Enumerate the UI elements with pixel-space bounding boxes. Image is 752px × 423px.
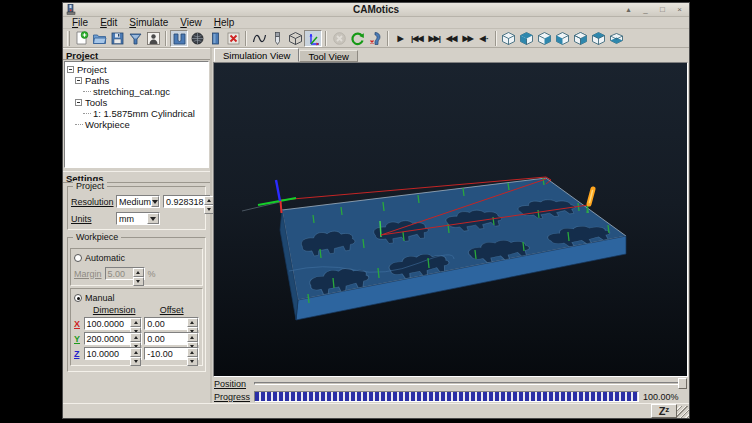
- automatic-label: Automatic: [85, 253, 125, 263]
- slider-groove[interactable]: [254, 382, 687, 385]
- tab-simulation-view[interactable]: Simulation View: [214, 48, 299, 62]
- play-button[interactable]: ▶: [392, 30, 408, 47]
- show-tool-toggle[interactable]: [268, 30, 286, 47]
- open-project-button[interactable]: [90, 30, 108, 47]
- project-panel-title: Project: [63, 48, 210, 60]
- z-dimension-spinner[interactable]: 10.0000: [84, 347, 143, 360]
- toolbar-separator: [245, 31, 247, 46]
- tree-item-workpiece[interactable]: Workpiece: [74, 119, 207, 130]
- slower-button[interactable]: ◀◀: [443, 30, 459, 47]
- shade-button[interactable]: ▴: [624, 5, 633, 14]
- x-offset-spinner[interactable]: 0.00: [144, 317, 199, 330]
- maximize-button[interactable]: □: [658, 5, 667, 14]
- units-label[interactable]: Units: [71, 214, 113, 224]
- show-axes-toggle[interactable]: [304, 30, 322, 47]
- skip-to-start-button[interactable]: |◀◀: [408, 30, 426, 47]
- menu-view[interactable]: View: [175, 17, 207, 28]
- progress-label[interactable]: Progress: [214, 392, 250, 402]
- axes-icon: [306, 31, 321, 46]
- dropdown-arrow-icon[interactable]: [147, 213, 159, 224]
- x-axis-label[interactable]: X: [74, 319, 82, 329]
- tree-item-tools[interactable]: Tools: [74, 97, 207, 108]
- bounds-cube-icon: [288, 31, 303, 46]
- show-toolpath-toggle[interactable]: [250, 30, 268, 47]
- units-select[interactable]: mm: [116, 212, 160, 225]
- project-tree[interactable]: Project Paths stretching_cat.ngc Tools 1…: [64, 61, 209, 168]
- simulation-viewport[interactable]: [213, 62, 688, 377]
- show-wireframe-toggle[interactable]: [188, 30, 206, 47]
- resize-grip[interactable]: [677, 406, 689, 418]
- menu-file[interactable]: File: [67, 17, 93, 28]
- x-dimension-spinner[interactable]: 100.0000: [84, 317, 143, 330]
- z-axis-label[interactable]: Z: [74, 349, 82, 359]
- automatic-radio[interactable]: [74, 254, 82, 262]
- tree-item-gcode-file[interactable]: stretching_cat.ngc: [82, 86, 207, 97]
- snapshot-person-icon: [146, 31, 161, 46]
- idle-indicator-button[interactable]: Zz: [651, 404, 677, 418]
- spinner-buttons[interactable]: [130, 318, 141, 329]
- tree-expand-icon[interactable]: [75, 99, 82, 106]
- manual-radio[interactable]: [74, 294, 82, 302]
- workpiece-group-title: Workpiece: [73, 232, 121, 242]
- view-front-button[interactable]: [518, 30, 536, 47]
- position-slider[interactable]: [254, 378, 687, 389]
- y-offset-spinner[interactable]: 0.00: [144, 332, 199, 345]
- dropdown-arrow-icon[interactable]: [151, 196, 159, 207]
- cutting-tool: [587, 189, 593, 213]
- menu-simulate[interactable]: Simulate: [124, 17, 173, 28]
- app-icon: [66, 4, 76, 15]
- toolbar-handle[interactable]: [67, 31, 70, 46]
- y-dimension-spinner[interactable]: 200.0000: [84, 332, 143, 345]
- new-file-button[interactable]: [72, 30, 90, 47]
- view-isometric-button[interactable]: [500, 30, 518, 47]
- reload-button[interactable]: [348, 30, 366, 47]
- show-bounds-toggle[interactable]: [286, 30, 304, 47]
- step-button[interactable]: ◀··: [476, 30, 492, 47]
- window-title: CAMotics: [63, 4, 689, 15]
- tree-expand-icon[interactable]: [67, 66, 74, 73]
- menu-help[interactable]: Help: [209, 17, 240, 28]
- titlebar[interactable]: CAMotics ▴ _ □ ×: [63, 3, 689, 17]
- view-back-button[interactable]: [536, 30, 554, 47]
- stop-button[interactable]: [330, 30, 348, 47]
- y-axis-line: [258, 198, 296, 205]
- faster-button[interactable]: ▶▶: [459, 30, 475, 47]
- tree-branch-line: [75, 124, 83, 125]
- show-cut-surface-toggle[interactable]: [170, 30, 188, 47]
- view-top-button[interactable]: [590, 30, 608, 47]
- tree-item-tool-1[interactable]: 1: 1.5875mm Cylindrical: [82, 108, 207, 119]
- manual-frame: Manual Dimension Offset X 100.0000: [70, 288, 203, 366]
- margin-unit-label: %: [148, 269, 156, 279]
- export-button[interactable]: [126, 30, 144, 47]
- view-bottom-button[interactable]: [608, 30, 626, 47]
- spinner-buttons[interactable]: [130, 348, 141, 359]
- spinner-buttons[interactable]: [130, 333, 141, 344]
- minimize-button[interactable]: _: [641, 5, 650, 14]
- export-funnel-icon: [128, 31, 143, 46]
- show-workpiece-toggle[interactable]: [206, 30, 224, 47]
- save-project-button[interactable]: [108, 30, 126, 47]
- skip-to-end-button[interactable]: ▶▶|: [426, 30, 444, 47]
- z-offset-spinner[interactable]: -10.00: [144, 347, 199, 360]
- tree-item-paths[interactable]: Paths: [74, 75, 207, 86]
- view-right-icon: [573, 31, 588, 46]
- menu-edit[interactable]: Edit: [95, 17, 122, 28]
- snapshot-button[interactable]: [144, 30, 162, 47]
- view-left-button[interactable]: [554, 30, 572, 47]
- reduce-button[interactable]: [366, 30, 384, 47]
- resolution-select[interactable]: Medium: [116, 195, 160, 208]
- position-label[interactable]: Position: [214, 379, 250, 389]
- tab-tool-view[interactable]: Tool View: [299, 50, 358, 62]
- tree-expand-icon[interactable]: [75, 77, 82, 84]
- resolution-label[interactable]: Resolution: [71, 197, 113, 207]
- tree-item-project[interactable]: Project: [66, 64, 207, 75]
- spinner-buttons[interactable]: [187, 348, 198, 359]
- view-right-button[interactable]: [572, 30, 590, 47]
- y-axis-label[interactable]: Y: [74, 334, 82, 344]
- spinner-buttons[interactable]: [187, 318, 198, 329]
- slider-handle[interactable]: [678, 378, 687, 389]
- hide-surface-toggle[interactable]: [224, 30, 242, 47]
- close-button[interactable]: ×: [675, 5, 684, 14]
- resolution-value-spinner[interactable]: 0.928318: [163, 195, 211, 208]
- spinner-buttons[interactable]: [187, 333, 198, 344]
